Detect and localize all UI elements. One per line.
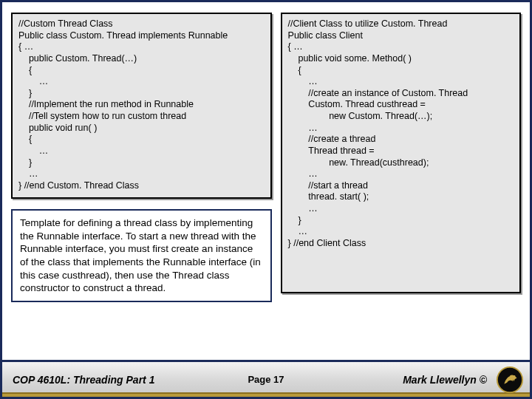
slide-container: //Custom Thread Class Public class Custo…	[0, 0, 532, 399]
ucf-pegasus-logo-icon	[496, 366, 524, 394]
right-column: //Client Class to utilize Custom. Thread…	[281, 13, 521, 360]
description-box: Template for defining a thread class by …	[11, 209, 272, 301]
course-label: COP 4610L: Threading Part 1	[13, 374, 154, 386]
content-area: //Custom Thread Class Public class Custo…	[2, 2, 530, 360]
client-class-code: //Client Class to utilize Custom. Thread…	[281, 13, 521, 293]
left-column: //Custom Thread Class Public class Custo…	[11, 13, 272, 360]
author-label: Mark Llewellyn ©	[403, 374, 487, 386]
custom-thread-code: //Custom Thread Class Public class Custo…	[11, 13, 272, 199]
page-number: Page 17	[248, 374, 284, 385]
slide-footer: COP 4610L: Threading Part 1 Page 17 Mark…	[2, 360, 530, 397]
